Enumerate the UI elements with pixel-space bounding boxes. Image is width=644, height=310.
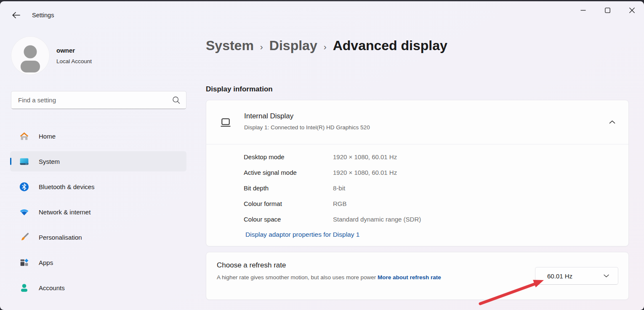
window-controls [571,1,644,19]
detail-value: Standard dynamic range (SDR) [333,211,421,227]
sidebar-item-label: System [39,158,60,165]
search-box[interactable] [11,91,186,109]
breadcrumb-display[interactable]: Display [269,38,317,53]
app-title: Settings [32,12,54,19]
refresh-rate-description-text: A higher rate gives smoother motion, but… [217,274,376,281]
chevron-down-icon [603,273,609,278]
minimize-icon [580,7,586,13]
detail-label: Colour space [244,211,281,227]
sidebar-item-home[interactable]: Home [10,126,186,146]
sidebar-nav: Home System B [10,126,186,298]
minimize-button[interactable] [571,1,595,19]
search-input[interactable] [18,96,172,104]
refresh-rate-dropdown[interactable]: 60.01 Hz [535,267,618,285]
section-title: Display information [206,85,273,94]
detail-value: 1920 × 1080, 60.01 Hz [333,165,397,180]
breadcrumb-separator: › [324,42,327,52]
breadcrumb-system[interactable]: System [206,38,254,53]
sidebar-item-accounts[interactable]: Accounts [10,278,186,298]
laptop-display-icon [219,117,232,129]
display-card-header[interactable]: Internal Display Display 1: Connected to… [206,100,628,144]
close-icon [629,7,635,13]
display-details: Desktop mode 1920 × 1080, 60.01 Hz Activ… [206,149,628,227]
sidebar-item-bluetooth-devices[interactable]: Bluetooth & devices [10,176,186,197]
search-icon [172,96,180,104]
refresh-rate-description: A higher rate gives smoother motion, but… [217,273,511,282]
selection-indicator [10,158,11,165]
detail-label: Desktop mode [244,149,285,165]
user-account-type: Local Account [56,58,92,64]
page-title: Advanced display [333,38,447,53]
refresh-rate-title: Choose a refresh rate [217,261,286,270]
avatar[interactable] [11,36,50,75]
sidebar-item-label: Apps [39,259,53,266]
apps-icon [19,257,29,268]
detail-value: 1920 × 1080, 60.01 Hz [333,149,397,165]
detail-row-active-signal-mode: Active signal mode 1920 × 1080, 60.01 Hz [206,165,628,180]
refresh-rate-value: 60.01 Hz [547,273,603,280]
bluetooth-icon [19,181,29,192]
person-silhouette-icon [11,36,50,75]
back-button[interactable] [9,9,23,21]
sidebar-item-personalisation[interactable]: Personalisation [10,227,186,247]
display-card-subtitle: Display 1: Connected to Intel(R) HD Grap… [244,124,370,131]
sidebar-item-label: Home [39,133,56,140]
refresh-rate-card: Choose a refresh rate A higher rate give… [206,252,629,300]
system-icon [19,156,29,167]
sidebar-item-label: Network & internet [39,208,90,216]
display-adaptor-properties-link[interactable]: Display adaptor properties for Display 1 [245,231,359,238]
detail-row-desktop-mode: Desktop mode 1920 × 1080, 60.01 Hz [206,149,628,165]
more-about-refresh-rate-link[interactable]: More about refresh rate [378,274,441,281]
network-icon [19,206,29,217]
sidebar-item-apps[interactable]: Apps [10,252,186,273]
maximize-icon [604,7,611,13]
sidebar-item-system[interactable]: System [10,151,186,171]
display-information-card: Internal Display Display 1: Connected to… [206,100,629,246]
display-card-title: Internal Display [244,112,293,120]
person-icon [19,282,29,293]
detail-row-colour-space: Colour space Standard dynamic range (SDR… [206,211,628,227]
home-icon [19,131,29,142]
chevron-up-icon[interactable] [609,119,616,125]
detail-row-colour-format: Colour format RGB [206,196,628,211]
sidebar-item-label: Personalisation [39,234,82,241]
detail-value: RGB [333,196,347,211]
paintbrush-icon [19,232,29,243]
sidebar-item-label: Bluetooth & devices [39,183,95,190]
detail-value: 8-bit [333,180,345,196]
breadcrumb-separator: › [260,42,263,52]
detail-label: Active signal mode [244,165,297,180]
sidebar-item-label: Accounts [39,284,65,291]
back-arrow-icon [11,11,21,20]
user-name: owner [56,47,75,54]
detail-label: Bit depth [244,180,269,196]
maximize-button[interactable] [595,1,620,19]
sidebar-item-network-internet[interactable]: Network & internet [10,202,186,222]
close-button[interactable] [620,1,644,19]
detail-row-bit-depth: Bit depth 8-bit [206,180,628,196]
breadcrumb: System › Display › Advanced display [206,38,447,53]
detail-label: Colour format [244,196,282,211]
